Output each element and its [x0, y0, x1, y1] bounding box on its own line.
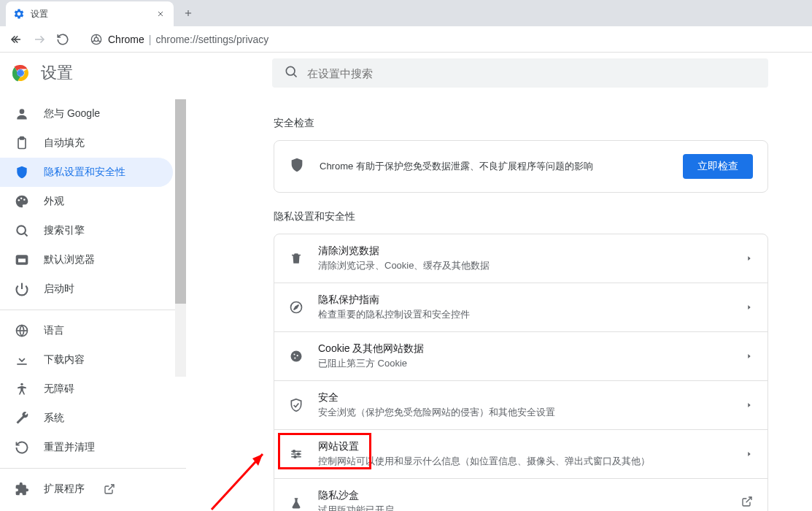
flask-icon — [289, 496, 303, 510]
globe-icon — [15, 323, 29, 338]
new-tab-button[interactable] — [178, 3, 198, 23]
row-title: 网站设置 — [318, 440, 731, 453]
browser-tab[interactable]: 设置 — [6, 1, 174, 26]
shield-icon — [289, 157, 305, 176]
svg-point-14 — [18, 70, 23, 76]
shield-icon — [15, 165, 29, 180]
sidebar-item-label: 默认浏览器 — [44, 253, 95, 266]
sidebar-item-label: 下载内容 — [44, 353, 85, 366]
svg-line-9 — [92, 40, 95, 42]
chevron-right-icon — [746, 447, 753, 461]
settings-search[interactable] — [272, 58, 768, 88]
row-title: 清除浏览数据 — [318, 245, 731, 258]
sidebar-item-label: 语言 — [44, 324, 64, 337]
tab-bar: 设置 — [0, 0, 812, 26]
search-input[interactable] — [307, 67, 757, 80]
sidebar-item-label: 外观 — [44, 195, 64, 208]
sidebar-item-search-engine[interactable]: 搜索引擎 — [0, 216, 173, 245]
shield-check-icon — [289, 398, 303, 412]
svg-point-22 — [23, 199, 26, 201]
close-icon[interactable] — [155, 8, 166, 20]
sidebar-item-downloads[interactable]: 下载内容 — [0, 345, 173, 374]
sidebar-item-accessibility[interactable]: 无障碍 — [0, 374, 173, 404]
svg-rect-26 — [18, 258, 26, 264]
svg-point-43 — [294, 456, 296, 458]
sidebar-item-you-and-google[interactable]: 您与 Google — [0, 99, 173, 128]
row-privacy-guide[interactable]: 隐私保护指南检查重要的隐私控制设置和安全控件 — [274, 283, 767, 332]
sidebar-item-label: 自动填充 — [44, 137, 85, 150]
svg-point-36 — [297, 355, 298, 356]
sidebar-item-privacy[interactable]: 隐私设置和安全性 — [0, 158, 173, 187]
address-bar: Chrome|chrome://settings/privacy — [0, 26, 812, 53]
row-title: 隐私保护指南 — [318, 293, 731, 307]
row-privacy-sandbox[interactable]: 隐私沙盒试用版功能已开启 — [274, 479, 767, 511]
svg-point-41 — [293, 450, 295, 453]
external-link-icon — [104, 483, 115, 495]
svg-point-23 — [17, 226, 26, 234]
chevron-right-icon — [746, 350, 753, 363]
sliders-icon — [289, 447, 303, 461]
download-icon — [15, 353, 29, 367]
omnibox[interactable]: Chrome|chrome://settings/privacy — [83, 29, 806, 50]
clipboard-icon — [15, 136, 29, 150]
sidebar-item-label: 启动时 — [44, 283, 74, 296]
svg-line-16 — [294, 74, 297, 77]
sidebar-divider — [0, 468, 186, 469]
settings-header: 设置 — [0, 53, 812, 93]
svg-point-21 — [20, 198, 23, 200]
chevron-right-icon — [746, 301, 753, 314]
settings-sidebar: 您与 Google 自动填充 隐私设置和安全性 外观 搜索引擎 默认浏览器 启动… — [0, 53, 186, 511]
section-title-safety: 安全检查 — [274, 117, 768, 130]
svg-point-17 — [20, 109, 25, 114]
sidebar-item-languages[interactable]: 语言 — [0, 316, 173, 345]
sidebar-item-autofill[interactable]: 自动填充 — [0, 128, 173, 158]
row-subtitle: 检查重要的隐私控制设置和安全控件 — [318, 308, 731, 321]
page-title: 设置 — [41, 62, 73, 84]
sidebar-scrollbar-thumb[interactable] — [175, 99, 186, 304]
privacy-settings-card: 清除浏览数据清除浏览记录、Cookie、缓存及其他数据 隐私保护指南检查重要的隐… — [274, 234, 768, 511]
row-security[interactable]: 安全安全浏览（保护您免受危险网站的侵害）和其他安全设置 — [274, 381, 767, 430]
restore-icon — [15, 440, 29, 455]
row-title: Cookie 及其他网站数据 — [318, 342, 731, 356]
search-icon — [15, 223, 29, 238]
settings-content: 安全检查 Chrome 有助于保护您免受数据泄露、不良扩展程序等问题的影响 立即… — [186, 53, 812, 511]
sidebar-item-on-startup[interactable]: 启动时 — [0, 274, 173, 304]
row-cookies[interactable]: Cookie 及其他网站数据已阻止第三方 Cookie — [274, 332, 767, 381]
chrome-logo-icon — [12, 64, 29, 82]
person-icon — [15, 107, 29, 121]
compass-icon — [289, 300, 303, 315]
svg-point-42 — [298, 453, 300, 456]
sidebar-item-label: 隐私设置和安全性 — [44, 166, 125, 179]
sidebar-item-system[interactable]: 系统 — [0, 404, 173, 433]
reload-button[interactable] — [53, 29, 73, 50]
sidebar-item-label: 您与 Google — [44, 107, 100, 120]
check-now-button[interactable]: 立即检查 — [683, 154, 753, 179]
sidebar-item-extensions[interactable]: 扩展程序 — [0, 474, 173, 504]
row-title: 安全 — [318, 391, 731, 404]
chevron-right-icon — [746, 252, 753, 265]
power-icon — [15, 282, 29, 296]
svg-point-30 — [20, 383, 23, 385]
external-link-icon — [741, 496, 753, 510]
sidebar-item-reset[interactable]: 重置并清理 — [0, 433, 173, 462]
back-button[interactable] — [6, 29, 26, 50]
row-title: 隐私沙盒 — [318, 489, 727, 502]
sidebar-item-label: 扩展程序 — [44, 483, 85, 496]
sidebar-item-appearance[interactable]: 外观 — [0, 187, 173, 216]
svg-line-10 — [98, 40, 101, 42]
search-icon — [284, 64, 298, 82]
sidebar-item-default-browser[interactable]: 默认浏览器 — [0, 245, 173, 274]
svg-line-44 — [746, 497, 751, 502]
forward-button[interactable] — [29, 29, 50, 50]
svg-point-35 — [293, 353, 295, 355]
section-title-privacy: 隐私设置和安全性 — [274, 210, 768, 223]
sidebar-divider — [0, 310, 186, 310]
row-site-settings[interactable]: 网站设置控制网站可以使用和显示什么信息（如位置信息、摄像头、弹出式窗口及其他） — [274, 430, 767, 479]
palette-icon — [15, 194, 29, 209]
svg-rect-19 — [20, 137, 24, 139]
chevron-right-icon — [746, 399, 753, 412]
safety-check-card: Chrome 有助于保护您免受数据泄露、不良扩展程序等问题的影响 立即检查 — [274, 140, 768, 193]
sidebar-item-label: 重置并清理 — [44, 441, 95, 454]
svg-point-15 — [286, 66, 295, 75]
row-clear-browsing-data[interactable]: 清除浏览数据清除浏览记录、Cookie、缓存及其他数据 — [274, 234, 767, 283]
